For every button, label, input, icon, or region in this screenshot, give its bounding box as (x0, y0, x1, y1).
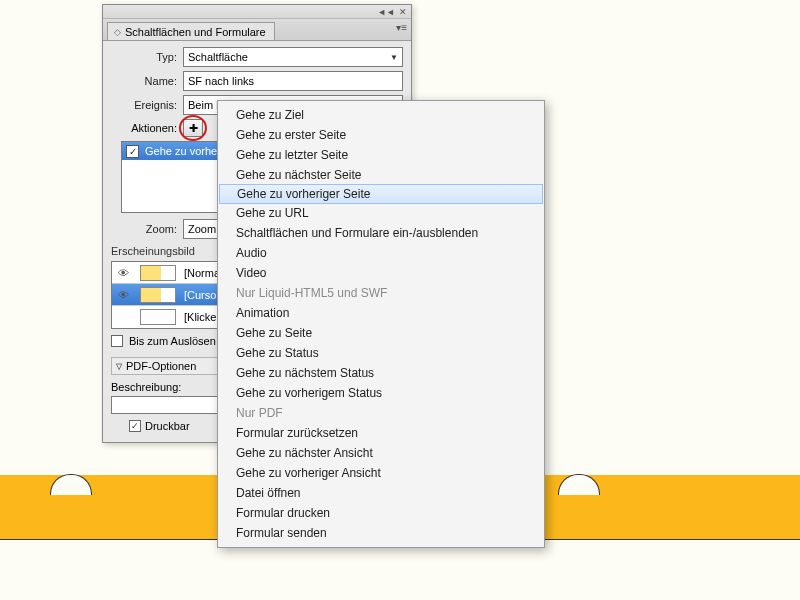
state-thumb (140, 287, 176, 303)
menu-item[interactable]: Gehe zu nächstem Status (218, 363, 544, 383)
tab-buttons-forms[interactable]: ◇ Schaltflächen und Formulare (107, 22, 275, 40)
close-icon[interactable]: ✕ (399, 7, 407, 17)
menu-item[interactable]: Gehe zu erster Seite (218, 125, 544, 145)
menu-item[interactable]: Gehe zu vorheriger Seite (219, 184, 543, 204)
menu-item[interactable]: Animation (218, 303, 544, 323)
type-value: Schaltfläche (188, 51, 248, 63)
name-input[interactable]: SF nach links (183, 71, 403, 91)
collapse-icon[interactable]: ◄◄ (377, 7, 395, 17)
tab-label: Schaltflächen und Formulare (125, 26, 266, 38)
menu-item[interactable]: Gehe zu Ziel (218, 105, 544, 125)
panel-tabbar: ◇ Schaltflächen und Formulare ▾≡ (103, 19, 411, 41)
menu-item[interactable]: Formular drucken (218, 503, 544, 523)
menu-item[interactable]: Gehe zu Seite (218, 323, 544, 343)
menu-item[interactable]: Schaltflächen und Formulare ein-/ausblen… (218, 223, 544, 243)
name-label: Name: (111, 75, 183, 87)
type-combo[interactable]: Schaltfläche ▼ (183, 47, 403, 67)
state-thumb (140, 309, 176, 325)
event-label: Ereignis: (111, 99, 183, 111)
panel-menu-icon[interactable]: ▾≡ (396, 22, 407, 33)
menu-item[interactable]: Formular senden (218, 523, 544, 543)
printable-label: Druckbar (145, 420, 190, 432)
pdf-options-label: PDF-Optionen (126, 360, 196, 372)
menu-item[interactable]: Gehe zu vorheriger Ansicht (218, 463, 544, 483)
checkbox[interactable]: ✓ (129, 420, 141, 432)
menu-item[interactable]: Datei öffnen (218, 483, 544, 503)
type-label: Typ: (111, 51, 183, 63)
menu-item[interactable]: Gehe zu nächster Seite (218, 165, 544, 185)
disclosure-icon: ▽ (116, 362, 122, 371)
menu-item[interactable]: Gehe zu Status (218, 343, 544, 363)
actions-dropdown: Gehe zu ZielGehe zu erster SeiteGehe zu … (217, 100, 545, 548)
eye-icon[interactable]: 👁 (114, 267, 132, 279)
chevron-down-icon: ▼ (390, 53, 398, 62)
menu-item[interactable]: Audio (218, 243, 544, 263)
menu-item[interactable]: Formular zurücksetzen (218, 423, 544, 443)
action-checkbox[interactable]: ✓ (126, 145, 139, 158)
add-action-button[interactable]: ✚ (183, 119, 203, 137)
menu-item[interactable]: Gehe zu letzter Seite (218, 145, 544, 165)
menu-item[interactable]: Video (218, 263, 544, 283)
menu-item[interactable]: Gehe zu vorherigem Status (218, 383, 544, 403)
menu-section-header: Nur PDF (218, 403, 544, 423)
plus-icon: ✚ (189, 122, 198, 135)
menu-item[interactable]: Gehe zu nächster Ansicht (218, 443, 544, 463)
menu-item[interactable]: Gehe zu URL (218, 203, 544, 223)
zoom-label: Zoom: (111, 223, 183, 235)
actions-label: Aktionen: (111, 122, 183, 134)
checkbox[interactable] (111, 335, 123, 347)
menu-section-header: Nur Liquid-HTML5 und SWF (218, 283, 544, 303)
diamond-icon: ◇ (114, 27, 121, 37)
eye-icon[interactable]: 👁 (114, 289, 132, 301)
state-thumb (140, 265, 176, 281)
panel-titlebar[interactable]: ◄◄ ✕ (103, 5, 411, 19)
